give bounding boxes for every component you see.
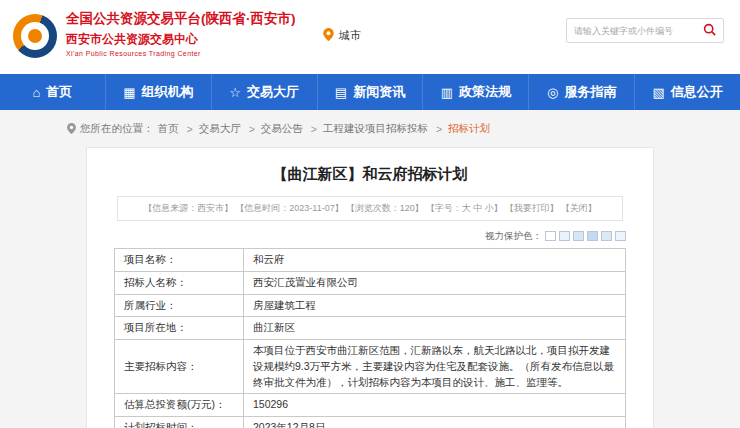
nav-item-label: 政策法规 [459,83,511,101]
meta-views: 【浏览次数：120】 [346,203,424,213]
city-selector[interactable]: 城市 [323,28,361,43]
nav-item-label: 信息公开 [671,83,723,101]
search-icon[interactable] [703,22,716,40]
eye-protection-row: 视力保护色： [87,221,653,248]
location-pin-icon [323,28,334,43]
city-label: 城市 [339,28,361,43]
breadcrumb-item-trading-hall[interactable]: 交易大厅 [199,122,241,136]
article-title: 【曲江新区】和云府招标计划 [87,148,653,196]
nav-item-policies[interactable]: ▥ 政策法规 [423,74,529,110]
field-value: 西安汇茂置业有限公司 [244,271,626,294]
breadcrumb-separator: > [249,123,255,135]
eye-color-swatch[interactable] [559,231,570,241]
site-title-block: 全国公共资源交易平台(陕西省·西安市) 西安市公共资源交易中心 Xi'an Pu… [66,10,296,57]
field-value: 本项目位于西安市曲江新区范围，汇新路以东，航天北路以北，项目拟开发建设规模约9.… [244,340,626,394]
nav-item-label: 交易大厅 [247,83,299,101]
nav-item-label: 新闻资讯 [353,83,405,101]
meta-source: 【信息来源：西安市】 [143,203,233,213]
breadcrumb-item-home[interactable]: 首页 [158,122,179,136]
info-disclosure-icon: ▧ [652,85,664,100]
article-card: 【曲江新区】和云府招标计划 【信息来源：西安市】【信息时间：2023-11-07… [86,147,654,428]
field-label: 项目名称： [115,249,244,272]
table-row: 招标人名称： 西安汇茂置业有限公司 [115,271,626,294]
nav-item-label: 首页 [46,83,72,101]
table-row: 项目所在地： 曲江新区 [115,317,626,340]
news-icon: ▤ [335,85,347,100]
search-input[interactable] [574,26,703,36]
nav-item-news[interactable]: ▤ 新闻资讯 [318,74,424,110]
nav-item-label: 服务指南 [564,83,616,101]
eye-color-swatch[interactable] [573,231,584,241]
field-label: 主要招标内容： [115,340,244,394]
home-icon: ⌂ [33,85,41,100]
main-nav: ⌂ 首页 ▦ 组织机构 ☆ 交易大厅 ▤ 新闻资讯 ▥ 政策法规 ◎ 服务指南 … [0,74,740,110]
article-meta-bar: 【信息来源：西安市】【信息时间：2023-11-07】【浏览次数：120】【字号… [117,196,623,221]
eye-color-swatch[interactable] [601,231,612,241]
field-value: 和云府 [244,249,626,272]
policy-icon: ▥ [441,85,453,100]
site-header: 全国公共资源交易平台(陕西省·西安市) 西安市公共资源交易中心 Xi'an Pu… [0,0,740,74]
trading-hall-icon: ☆ [229,85,241,100]
nav-item-service-guide[interactable]: ◎ 服务指南 [529,74,635,110]
center-title: 西安市公共资源交易中心 [66,31,296,48]
search-box [566,18,724,43]
field-value: 房屋建筑工程 [244,294,626,317]
meta-time: 【信息时间：2023-11-07】 [235,203,343,213]
site-logo-icon [13,14,57,58]
breadcrumb-pin-icon [67,123,76,136]
table-row: 计划招标时间： 2023年12月8日 [115,417,626,428]
nav-item-organization[interactable]: ▦ 组织机构 [106,74,212,110]
table-row: 估算总投资额(万元)： 150296 [115,394,626,417]
nav-item-trading-hall[interactable]: ☆ 交易大厅 [212,74,318,110]
font-size-controls[interactable]: 【字号：大 中 小】 [426,203,503,213]
table-row: 所属行业： 房屋建筑工程 [115,294,626,317]
eye-protection-label: 视力保护色： [485,230,542,241]
field-label: 估算总投资额(万元)： [115,394,244,417]
print-button[interactable]: 【我要打印】 [505,203,559,213]
platform-title: 全国公共资源交易平台(陕西省·西安市) [66,10,296,28]
breadcrumb-item-construction-bidding[interactable]: 工程建设项目招标投标 [323,122,428,136]
table-row: 项目名称： 和云府 [115,249,626,272]
breadcrumb-separator: > [187,123,193,135]
service-guide-icon: ◎ [547,85,558,100]
field-value: 150296 [244,394,626,417]
field-value: 曲江新区 [244,317,626,340]
eye-color-swatch[interactable] [545,231,556,241]
field-label: 所属行业： [115,294,244,317]
breadcrumb-separator: > [311,123,317,135]
organization-icon: ▦ [123,85,135,100]
breadcrumb-item-announcements[interactable]: 交易公告 [261,122,303,136]
field-label: 计划招标时间： [115,417,244,428]
breadcrumb-prefix: 您所在的位置： [80,122,154,136]
eye-color-swatch[interactable] [587,231,598,241]
breadcrumb: 您所在的位置： 首页 > 交易大厅 > 交易公告 > 工程建设项目招标投标 > … [0,110,740,147]
breadcrumb-item-current: 招标计划 [448,122,490,136]
nav-item-home[interactable]: ⌂ 首页 [0,74,106,110]
field-label: 招标人名称： [115,271,244,294]
eye-color-swatch[interactable] [615,231,626,241]
center-title-en: Xi'an Public Resources Trading Center [66,50,296,57]
nav-item-label: 组织机构 [141,83,193,101]
close-button[interactable]: 【关闭】 [561,203,597,213]
breadcrumb-separator: > [436,123,442,135]
field-label: 项目所在地： [115,317,244,340]
nav-item-info-disclosure[interactable]: ▧ 信息公开 [635,74,740,110]
table-row: 主要招标内容： 本项目位于西安市曲江新区范围，汇新路以东，航天北路以北，项目拟开… [115,340,626,394]
field-value: 2023年12月8日 [244,417,626,428]
project-info-table: 项目名称： 和云府 招标人名称： 西安汇茂置业有限公司 所属行业： 房屋建筑工程… [114,248,626,428]
